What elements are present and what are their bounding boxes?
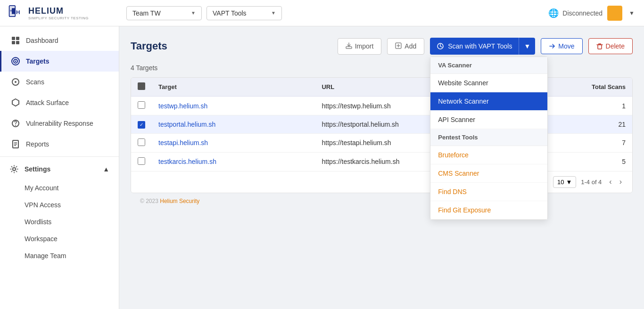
row-checkbox-2[interactable] — [138, 138, 145, 146]
sidebar-item-reports[interactable]: Reports — [0, 134, 119, 154]
sidebar-item-dashboard[interactable]: Dashboard — [0, 30, 119, 51]
table-row: testapi.helium.shhttps://testapi.helium.… — [131, 133, 632, 152]
logo-subtitle: SIMPLIFY SECURITY TESTING — [28, 16, 89, 20]
move-icon — [549, 43, 555, 49]
pentest-tools-header: Pentest Tools — [430, 129, 547, 146]
team-dropdown[interactable]: Team TW ▼ — [126, 6, 202, 20]
manage-team-label: Manage Team — [25, 252, 66, 260]
tool-dropdown[interactable]: VAPT Tools ▼ — [206, 6, 282, 20]
delete-label: Delete — [606, 42, 625, 50]
va-scanner-header: VA Scanner — [430, 57, 547, 74]
table-row: testwp.helium.shhttps://testwp.helium.sh… — [131, 97, 632, 115]
sidebar-item-vulnerability-response[interactable]: Vulnerability Response — [0, 113, 119, 134]
logo-icon: H — [8, 5, 25, 22]
tool-dropdown-chevron: ▼ — [271, 10, 276, 16]
move-label: Move — [558, 42, 574, 50]
col-checkbox — [131, 78, 152, 97]
delete-icon — [596, 43, 603, 49]
add-label: Add — [405, 42, 416, 50]
target-link-0[interactable]: testwp.helium.sh — [158, 102, 207, 110]
dashboard-icon — [11, 36, 20, 45]
target-link-1[interactable]: testportal.helium.sh — [158, 121, 215, 128]
sidebar-item-vpn-access[interactable]: VPN Access — [0, 196, 119, 213]
svg-rect-8 — [16, 41, 19, 44]
row-checkbox-0[interactable] — [138, 101, 145, 109]
cms-scanner-item[interactable]: CMS Scanner — [430, 164, 547, 183]
svg-rect-24 — [598, 45, 602, 49]
svg-point-11 — [15, 61, 17, 62]
svg-rect-5 — [12, 37, 15, 40]
sidebar-label-attack-surface: Attack Surface — [26, 99, 69, 106]
import-icon — [346, 42, 352, 50]
logo: H HELIUM SIMPLIFY SECURITY TESTING — [8, 5, 121, 22]
delete-button[interactable]: Delete — [588, 38, 633, 54]
move-button[interactable]: Move — [541, 38, 582, 54]
import-label: Import — [355, 42, 374, 50]
user-btn[interactable] — [607, 6, 622, 21]
row-checkbox-1[interactable]: ✓ — [138, 121, 145, 129]
svg-rect-21 — [346, 47, 352, 49]
targets-icon — [11, 57, 20, 66]
svg-point-15 — [15, 125, 16, 126]
sidebar-item-settings[interactable]: Settings ▲ — [0, 159, 119, 179]
page-size-select[interactable]: 10 ▼ — [553, 176, 576, 188]
sidebar-label-vulnerability-response: Vulnerability Response — [26, 120, 93, 127]
bruteforce-item[interactable]: Bruteforce — [430, 146, 547, 164]
helium-link[interactable]: Helium Security — [160, 198, 199, 204]
wordlists-label: Wordlists — [25, 218, 51, 226]
sidebar-label-targets: Targets — [26, 57, 50, 65]
tool-dropdown-label: VAPT Tools — [213, 9, 247, 17]
row-checkbox-3[interactable] — [138, 157, 145, 165]
sidebar-item-workspace[interactable]: Workspace — [0, 230, 119, 247]
sidebar-item-scans[interactable]: Scans — [0, 72, 119, 92]
target-link-2[interactable]: testapi.helium.sh — [158, 139, 208, 146]
sidebar-item-manage-team[interactable]: Manage Team — [0, 247, 119, 264]
workspace-label: Workspace — [25, 235, 58, 243]
find-dns-item[interactable]: Find DNS — [430, 183, 547, 201]
disconnected-label: Disconnected — [562, 9, 603, 17]
my-account-label: My Account — [25, 184, 58, 192]
website-scanner-item[interactable]: Website Scanner — [430, 74, 547, 92]
reports-icon — [11, 139, 20, 149]
page-size-value: 10 — [557, 179, 564, 186]
scans-icon — [11, 77, 20, 87]
scan-with-text: Scan with VAPT Tools — [448, 42, 512, 50]
target-link-3[interactable]: testkarcis.helium.sh — [158, 158, 216, 165]
sidebar-item-targets[interactable]: Targets — [0, 51, 119, 72]
scan-with-container: Scan with VAPT Tools ▼ VA Scanner Websit… — [430, 38, 535, 55]
col-target: Target — [152, 78, 315, 97]
sidebar-label-scans: Scans — [26, 78, 44, 86]
sidebar-item-my-account[interactable]: My Account — [0, 179, 119, 196]
prev-page-btn[interactable]: ‹ — [606, 177, 614, 187]
import-button[interactable]: Import — [338, 38, 382, 55]
select-all-checkbox[interactable] — [138, 82, 145, 90]
logo-title: HELIUM — [28, 6, 89, 16]
sidebar-settings-label: Settings — [25, 165, 50, 173]
globe-icon: 🌐 — [548, 8, 559, 18]
add-button[interactable]: Add — [387, 38, 424, 55]
svg-rect-7 — [12, 41, 15, 44]
sidebar-item-attack-surface[interactable]: Attack Surface — [0, 92, 119, 113]
svg-point-13 — [15, 81, 17, 83]
scan-caret-icon[interactable]: ▼ — [519, 38, 535, 54]
settings-chevron: ▲ — [103, 165, 109, 173]
sidebar-item-wordlists[interactable]: Wordlists — [0, 213, 119, 230]
svg-rect-6 — [16, 37, 19, 40]
refresh-icon — [437, 42, 444, 50]
scan-dropdown-menu: VA Scanner Website Scanner Network Scann… — [430, 57, 548, 220]
connection-status: 🌐 Disconnected — [548, 8, 603, 18]
attack-surface-icon — [11, 98, 20, 107]
next-page-btn[interactable]: › — [617, 177, 625, 187]
find-git-exposure-item[interactable]: Find Git Exposure — [430, 201, 547, 220]
settings-icon — [9, 164, 19, 174]
user-caret-btn[interactable]: ▼ — [627, 8, 636, 18]
page-title: Targets — [131, 40, 332, 52]
scan-with-button[interactable]: Scan with VAPT Tools ▼ — [430, 38, 535, 55]
add-icon — [395, 42, 402, 50]
network-scanner-item[interactable]: Network Scanner — [430, 92, 547, 111]
api-scanner-item[interactable]: API Scanner — [430, 111, 547, 129]
table-row: testkarcis.helium.shhttps://testkarcis.h… — [131, 152, 632, 171]
targets-table: Target URL Total Scans testwp.helium.shh… — [131, 78, 632, 171]
table-row: ✓testportal.helium.shhttps://testportal.… — [131, 115, 632, 134]
sidebar: Dashboard Targets Scans At — [0, 26, 119, 309]
